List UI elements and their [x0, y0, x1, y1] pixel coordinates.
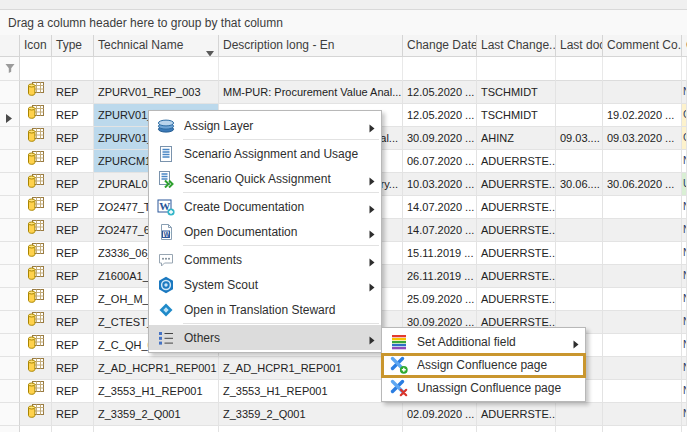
row-indicator[interactable]	[0, 380, 20, 403]
cell-confluence-status[interactable]: U	[682, 173, 687, 196]
cell-last-changed[interactable]: AHINZ	[477, 127, 556, 150]
cell-last-changed[interactable]: ADUERRSTE...	[477, 219, 556, 242]
cell-last-doc[interactable]	[556, 219, 603, 242]
row-indicator[interactable]	[0, 104, 20, 127]
filter-cell-comment[interactable]	[603, 57, 682, 81]
column-header-technical-name[interactable]: Technical Name	[94, 35, 219, 57]
cell-last-doc[interactable]	[556, 426, 603, 432]
cell-icon[interactable]	[20, 81, 52, 104]
cell-confluence-status[interactable]: N	[682, 81, 687, 104]
cell-confluence-status[interactable]: C	[682, 104, 687, 127]
row-indicator[interactable]	[0, 311, 20, 334]
cell-last-doc[interactable]: 30.06....	[556, 173, 603, 196]
cell-type[interactable]: REP	[52, 288, 94, 311]
cell-change-date[interactable]: 12.05.2020 ...	[403, 81, 477, 104]
cell-comment[interactable]	[603, 426, 682, 432]
cell-type[interactable]: REP	[52, 150, 94, 173]
cell-change-date[interactable]: 26.11.2019 ...	[403, 265, 477, 288]
menu-item-scenario-quick-assignment[interactable]: Scenario Quick Assignment	[149, 166, 381, 191]
cell-icon[interactable]	[20, 380, 52, 403]
cell-type[interactable]: REP	[52, 311, 94, 334]
menu-item-open-documentation[interactable]: WOpen Documentation	[149, 219, 381, 244]
cell-description[interactable]: Z_3553_H1_REP001	[219, 380, 403, 403]
column-header-change-date[interactable]: Change Date	[403, 35, 477, 57]
cell-last-changed[interactable]: ADUERRSTE...	[477, 196, 556, 219]
row-indicator[interactable]	[0, 196, 20, 219]
column-header-last-doc[interactable]: Last doc.	[556, 35, 603, 57]
filter-cell-change-date[interactable]	[403, 57, 477, 81]
group-by-panel[interactable]: Drag a column header here to group by th…	[0, 10, 687, 35]
cell-type[interactable]: REP	[52, 380, 94, 403]
column-header-comment[interactable]: Comment Co...	[603, 35, 682, 57]
cell-technical-name[interactable]: Z_3553_H1_REP001	[94, 380, 219, 403]
cell-type[interactable]: REP	[52, 173, 94, 196]
cell-last-doc[interactable]	[556, 150, 603, 173]
cell-change-date[interactable]: 02.09.2020 ...	[403, 403, 477, 426]
cell-type[interactable]: REP	[52, 219, 94, 242]
column-header-confluence-status[interactable]: C	[682, 35, 687, 57]
cell-description[interactable]: Z_AD_HCPR1_REP001	[219, 357, 403, 380]
cell-comment[interactable]	[603, 265, 682, 288]
cell-comment[interactable]	[603, 311, 682, 334]
filter-row-indicator[interactable]	[0, 57, 20, 81]
row-indicator[interactable]	[0, 242, 20, 265]
menu-item-others[interactable]: Others	[149, 325, 381, 350]
filter-cell-last-doc[interactable]	[556, 57, 603, 81]
cell-change-date[interactable]: 14.07.2020 ...	[403, 219, 477, 242]
cell-icon[interactable]	[20, 334, 52, 357]
row-indicator[interactable]	[0, 127, 20, 150]
menu-item-unassign-confluence-page[interactable]: Unassign Confluence page	[382, 376, 585, 399]
cell-last-changed[interactable]	[477, 426, 556, 432]
cell-icon[interactable]	[20, 219, 52, 242]
row-indicator[interactable]	[0, 219, 20, 242]
cell-last-doc[interactable]	[556, 104, 603, 127]
menu-item-set-additional-field[interactable]: Set Additional field	[382, 330, 585, 353]
row-indicator[interactable]	[0, 265, 20, 288]
cell-type[interactable]: REP	[52, 334, 94, 357]
row-indicator[interactable]	[0, 150, 20, 173]
cell-change-date[interactable]	[403, 426, 477, 432]
filter-cell-type[interactable]	[52, 57, 94, 81]
menu-item-open-in-translation-steward[interactable]: Open in Translation Steward	[149, 297, 381, 322]
filter-cell-technical-name[interactable]	[94, 57, 219, 81]
column-header-last-changed[interactable]: Last Change...	[477, 35, 556, 57]
cell-comment[interactable]	[603, 380, 682, 403]
menu-item-assign-confluence-page[interactable]: Assign Confluence page	[382, 353, 585, 376]
cell-comment[interactable]	[603, 242, 682, 265]
cell-type[interactable]: REP	[52, 81, 94, 104]
filter-cell-confluence-status[interactable]	[682, 57, 687, 81]
cell-type[interactable]: REP	[52, 196, 94, 219]
cell-confluence-status[interactable]: N	[682, 242, 687, 265]
cell-change-date[interactable]: 12.05.2020 ...	[403, 104, 477, 127]
cell-description[interactable]: MM-PUR: Procurement Value Anal...	[219, 81, 403, 104]
cell-type[interactable]: REP	[52, 104, 94, 127]
cell-icon[interactable]	[20, 426, 52, 432]
column-header-type[interactable]: Type	[52, 35, 94, 57]
cell-technical-name[interactable]: ZPURV01_REP_003	[94, 81, 219, 104]
row-indicator[interactable]	[0, 288, 20, 311]
cell-technical-name[interactable]: Z_3359_2_Q001	[94, 403, 219, 426]
cell-change-date[interactable]: 06.07.2020 ...	[403, 150, 477, 173]
cell-type[interactable]	[52, 426, 94, 432]
cell-confluence-status[interactable]	[682, 426, 687, 432]
cell-confluence-status[interactable]: N	[682, 380, 687, 403]
cell-type[interactable]: REP	[52, 357, 94, 380]
cell-change-date[interactable]: 25.09.2020 ...	[403, 288, 477, 311]
cell-type[interactable]: REP	[52, 242, 94, 265]
filter-cell-icon[interactable]	[20, 57, 52, 81]
cell-last-doc[interactable]	[556, 242, 603, 265]
cell-comment[interactable]: 19.02.2020 ...	[603, 104, 682, 127]
cell-type[interactable]: REP	[52, 127, 94, 150]
cell-comment[interactable]: 09.03.2020 ...	[603, 127, 682, 150]
cell-type[interactable]: REP	[52, 403, 94, 426]
cell-comment[interactable]: 30.06.2020 ...	[603, 173, 682, 196]
cell-comment[interactable]	[603, 403, 682, 426]
cell-description[interactable]: Z_3359_2_Q001	[219, 403, 403, 426]
cell-icon[interactable]	[20, 127, 52, 150]
cell-icon[interactable]	[20, 265, 52, 288]
filter-cell-last-changed[interactable]	[477, 57, 556, 81]
cell-last-changed[interactable]: ADUERRSTE...	[477, 403, 556, 426]
row-indicator[interactable]	[0, 81, 20, 104]
cell-last-doc[interactable]	[556, 288, 603, 311]
cell-last-doc[interactable]	[556, 403, 603, 426]
